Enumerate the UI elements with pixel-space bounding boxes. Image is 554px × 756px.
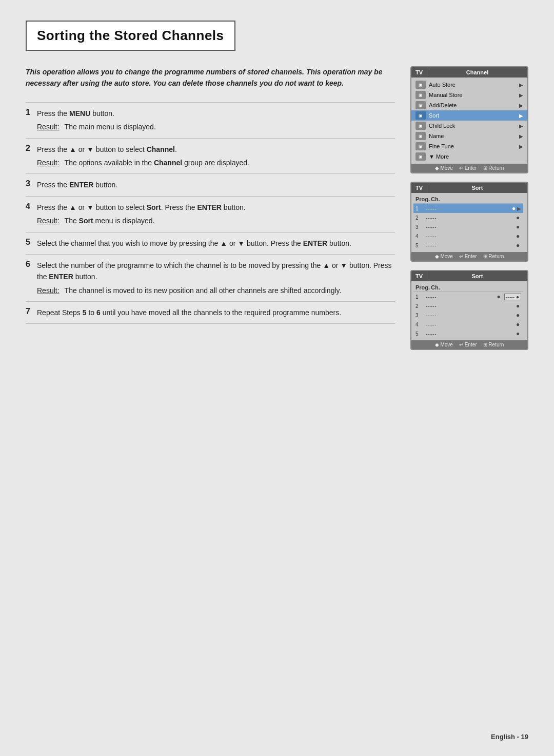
main-layout: This operation allows you to change the … — [26, 66, 528, 350]
step-number: 2 — [26, 138, 37, 174]
sort1-header: TV Sort — [411, 183, 527, 193]
sort2-footer: ◆ Move ↩ Enter ⊞ Return — [411, 340, 527, 349]
channel-footer-return: ⊞ Return — [483, 165, 504, 171]
menu-item-label: Fine Tune — [429, 143, 519, 149]
channel-dot: ● — [516, 330, 521, 337]
sort2-header-tv: TV — [411, 271, 427, 281]
sort2-prog-col: Prog. — [416, 284, 431, 290]
prog-number: 2 — [416, 303, 426, 309]
menu-item-label: Child Lock — [429, 123, 519, 129]
step-text: Press the ▲ or ▼ button to select Channe… — [37, 144, 395, 155]
step-content: Press the ENTER button. — [37, 174, 395, 196]
sort2-table: Prog. Ch. 1-----●----- ●2-----●3-----●4-… — [411, 281, 527, 340]
channel-header-title: Channel — [427, 67, 527, 77]
menu-item-label: Auto Store — [429, 82, 519, 88]
channel-footer-enter: ↩ Enter — [459, 165, 477, 171]
sort-menu1-box: TV Sort Prog. Ch. 1-----● ▶2-----●3-----… — [410, 182, 528, 262]
steps-table: 1Press the MENU button.Result:The main m… — [26, 102, 395, 324]
menu-item-arrow: ▶ — [519, 103, 523, 108]
step-content: Select the channel that you wish to move… — [37, 232, 395, 254]
menu-item-arrow: ▶ — [519, 133, 523, 139]
step-content: Press the ▲ or ▼ button to select Channe… — [37, 138, 395, 174]
channel-menu-item: ▣Child Lock▶ — [411, 121, 527, 131]
prog-number: 1 — [416, 206, 426, 211]
sort-row: 2-----● — [413, 301, 523, 311]
page-title: Sorting the Stored Channels — [37, 28, 224, 44]
sort1-table: Prog. Ch. 1-----● ▶2-----●3-----●4-----●… — [411, 193, 527, 252]
menu-item-label: Name — [429, 133, 519, 139]
step-text: Repeat Steps 5 to 6 until you have moved… — [37, 307, 395, 318]
table-row: 1Press the MENU button.Result:The main m… — [26, 102, 395, 138]
step-result: Result:The channel is moved to its new p… — [37, 285, 395, 296]
sort1-header-title: Sort — [427, 183, 527, 193]
prog-number: 3 — [416, 224, 426, 230]
menu-item-arrow: ▶ — [519, 113, 523, 119]
sort1-rows: 1-----● ▶2-----●3-----●4-----●5-----● — [413, 204, 523, 250]
step-number: 4 — [26, 196, 37, 232]
channel-dot: ● — [516, 321, 521, 328]
menu-item-label: ▼ More — [429, 153, 523, 160]
sort-row: 5-----● — [413, 329, 523, 338]
channel-dashes: ----- — [426, 331, 516, 337]
step-number: 6 — [26, 254, 37, 301]
sort-row: 1-----●----- ● — [413, 292, 523, 301]
lock-icon: ▣ — [416, 122, 426, 130]
channel-menu-header: TV Channel — [411, 67, 527, 77]
antenna-icon: ▣ — [416, 142, 426, 150]
prog-number: 5 — [416, 331, 426, 337]
sort2-col-headers: Prog. Ch. — [413, 283, 523, 292]
prog-number: 4 — [416, 322, 426, 327]
table-row: 5Select the channel that you wish to mov… — [26, 232, 395, 254]
sort2-ch-col: Ch. — [431, 284, 521, 290]
step-number: 7 — [26, 302, 37, 324]
channel-menu-item: ▣Fine Tune▶ — [411, 141, 527, 151]
menu-item-label: Manual Store — [429, 92, 519, 98]
channel-footer-move: ◆ Move — [435, 165, 453, 171]
result-text: The Sort menu is displayed. — [65, 215, 155, 226]
result-label: Result: — [37, 285, 60, 296]
step-result: Result:The main menu is displayed. — [37, 121, 395, 132]
channel-menu-item: ▣Sort▶ — [411, 110, 527, 121]
channel-menu-item: ▣Auto Store▶ — [411, 80, 527, 90]
antenna-icon: ▣ — [416, 111, 426, 120]
channel-dashes: ----- — [426, 294, 497, 300]
antenna-icon: ▣ — [416, 81, 426, 89]
sort1-footer-return: ⊞ Return — [483, 254, 504, 259]
page-number: English - 19 — [491, 733, 528, 741]
step-number: 5 — [26, 232, 37, 254]
channel-dashes: ----- — [426, 206, 512, 211]
sort2-header-title: Sort — [427, 271, 527, 281]
step-content: Press the ▲ or ▼ button to select Sort. … — [37, 196, 395, 232]
channel-dot: ● — [516, 214, 521, 221]
channel-dashes: ----- — [426, 303, 516, 309]
channel-dashes: ----- — [426, 313, 516, 318]
right-column: TV Channel ▣Auto Store▶▣Manual Store▶▣Ad… — [410, 66, 528, 350]
page-container: Sorting the Stored Channels This operati… — [26, 0, 528, 371]
menu-item-label: Add/Delete — [429, 102, 519, 108]
menu-item-arrow: ▶ — [519, 82, 523, 88]
tv-icon: ▣ — [416, 152, 426, 161]
sort-row: 5-----● — [413, 241, 523, 250]
result-label: Result: — [37, 157, 60, 168]
channel-dashes: ----- — [426, 224, 516, 230]
sort2-footer-enter: ↩ Enter — [459, 342, 477, 347]
step-content: Select the number of the programme to wh… — [37, 254, 395, 301]
channel-menu-item: ▣Manual Store▶ — [411, 90, 527, 100]
title-box: Sorting the Stored Channels — [26, 21, 235, 51]
channel-menu-box: TV Channel ▣Auto Store▶▣Manual Store▶▣Ad… — [410, 66, 528, 173]
sort1-footer-move: ◆ Move — [435, 254, 453, 259]
menu-item-arrow: ▶ — [519, 123, 523, 129]
menu-item-label: Sort — [429, 112, 519, 119]
result-text: The channel is moved to its new position… — [65, 285, 342, 296]
menu-item-arrow: ▶ — [519, 144, 523, 149]
step-text: Press the MENU button. — [37, 108, 395, 119]
sort1-footer-enter: ↩ Enter — [459, 254, 477, 259]
sort1-header-tv: TV — [411, 183, 427, 193]
sort-row: 4-----● — [413, 320, 523, 329]
channel-menu-item: ▣Add/Delete▶ — [411, 100, 527, 110]
text-icon: ▣ — [416, 132, 426, 140]
step-number: 3 — [26, 174, 37, 196]
sort-row: 4-----● — [413, 231, 523, 241]
sort2-footer-move: ◆ Move — [435, 342, 453, 347]
sort2-header: TV Sort — [411, 271, 527, 281]
